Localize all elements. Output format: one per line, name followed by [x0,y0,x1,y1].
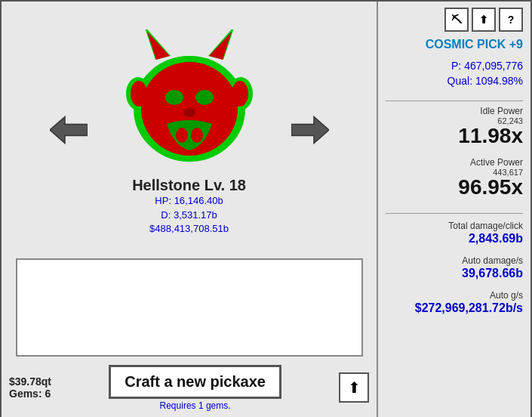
battle-log [16,258,363,357]
monster-name: Hellstone Lv. 18 [132,177,246,194]
idle-power-label: Idle Power [386,106,523,116]
help-icon-button[interactable]: ? [499,8,523,32]
pickaxe-icon: ⛏ [451,14,462,26]
svg-marker-7 [147,32,170,60]
svg-marker-16 [291,117,329,144]
auto-g-label: Auto g/s [490,290,523,301]
craft-button-container: Craft a new pickaxe Requires 1 gems. [109,365,281,411]
gems-display: Gems: 6 [9,388,51,400]
main-container: Hellstone Lv. 18 HP: 16,146.40b D: 3,531… [0,0,532,417]
upgrade-icon: ⬆ [479,14,488,26]
monster-hp: HP: 16,146.40b [155,195,223,206]
arrow-left-button[interactable] [46,107,91,153]
active-power-row: Active Power 443,617 96.95x [386,157,523,198]
p-qual-section: P: 467,095,776 Qual: 1094.98% [386,59,523,88]
auto-g-row: Auto g/s $272,969,281.72b/s [386,288,523,315]
right-panel: ⛏ ⬆ ? COSMIC PICK +9 P: 467,095,776 Qual… [377,2,530,417]
qual-line: Qual: 1094.98% [386,74,523,89]
monster-svg [114,24,265,171]
idle-power-value: 11.98x [458,124,523,147]
divider-2 [386,213,523,214]
pickaxe-name: COSMIC PICK +9 [386,38,523,51]
upgrade-icon-button[interactable]: ⬆ [472,8,496,32]
svg-marker-8 [209,32,232,60]
monster-money: $488,413,708.51b [149,223,229,234]
question-icon: ? [508,14,515,26]
active-power-label: Active Power [386,157,523,168]
monster-d: D: 3,531.17b [161,209,217,221]
auto-damage-label: Auto damage/s [462,255,523,266]
monster-info: Hellstone Lv. 18 HP: 16,146.40b D: 3,531… [132,177,246,236]
svg-point-14 [176,128,188,143]
monster-area: Hellstone Lv. 18 HP: 16,146.40b D: 3,531… [2,2,377,258]
left-panel: Hellstone Lv. 18 HP: 16,146.40b D: 3,531… [2,2,377,417]
svg-point-12 [195,90,214,105]
upload-icon: ⬆ [348,378,361,397]
upload-button[interactable]: ⬆ [339,372,369,403]
svg-marker-0 [50,117,88,144]
top-icons: ⛏ ⬆ ? [444,8,523,32]
arrow-right-button[interactable] [288,107,333,153]
craft-requires: Requires 1 gems. [160,400,231,411]
pickaxe-icon-button[interactable]: ⛏ [444,8,469,32]
total-damage-label: Total damage/click [448,221,523,231]
total-damage-row: Total damage/click 2,843.69b [386,218,523,246]
auto-damage-value: 39,678.66b [462,267,523,280]
svg-point-10 [232,81,248,107]
divider-1 [386,100,523,101]
svg-point-13 [183,108,195,117]
currency-display: $39.78qt [9,375,51,388]
active-power-value: 96.95x [458,175,523,199]
svg-point-11 [165,90,183,105]
svg-point-15 [191,128,203,143]
svg-point-9 [131,81,147,107]
p-line: P: 467,095,776 [386,59,523,74]
monster-display: Hellstone Lv. 18 HP: 16,146.40b D: 3,531… [91,24,288,236]
auto-g-value: $272,969,281.72b/s [415,301,523,314]
craft-pickaxe-button[interactable]: Craft a new pickaxe [109,365,281,399]
auto-damage-row: Auto damage/s 39,678.66b [386,253,523,280]
monster-stats: HP: 16,146.40b D: 3,531.17b $488,413,708… [132,194,246,236]
bottom-bar: $39.78qt Gems: 6 Craft a new pickaxe Req… [2,357,377,417]
currency-info: $39.78qt Gems: 6 [9,375,51,400]
total-damage-value: 2,843.69b [469,232,523,245]
idle-power-row: Idle Power 62,243 11.98x [386,106,523,147]
